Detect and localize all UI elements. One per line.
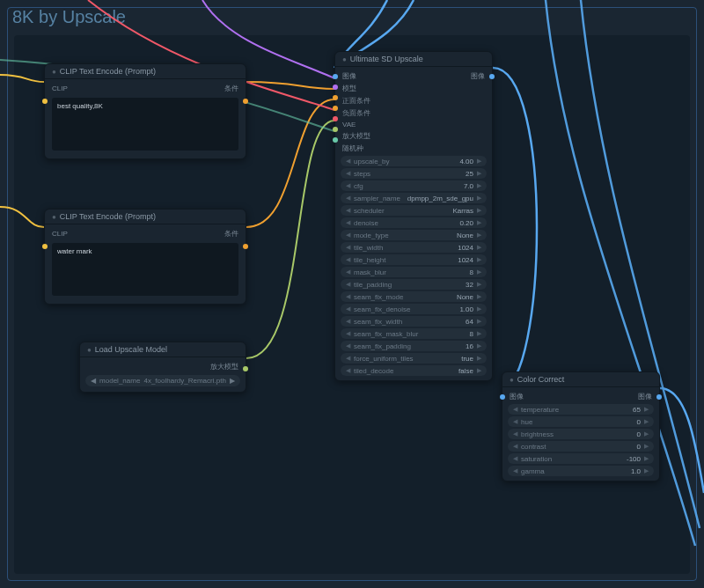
- chevron-right-icon[interactable]: ▶: [477, 318, 481, 325]
- param-brightness[interactable]: ◀ brightness 0 ▶: [508, 429, 654, 439]
- node-color-correct[interactable]: ● Color Correct 图像 图像 ◀ temperature 65 ▶…: [502, 371, 660, 481]
- input-port-clip[interactable]: CLIP: [52, 85, 68, 92]
- port-dot[interactable]: [656, 394, 662, 400]
- chevron-left-icon[interactable]: ◀: [346, 281, 350, 288]
- chevron-right-icon[interactable]: ▶: [477, 268, 481, 276]
- output-port-image[interactable]: 图像: [471, 71, 485, 81]
- param-mask_blur[interactable]: ◀ mask_blur 8 ▶: [341, 267, 487, 277]
- param-hue[interactable]: ◀ hue 0 ▶: [508, 416, 654, 427]
- param-seam_fix_width[interactable]: ◀ seam_fix_width 64 ▶: [341, 316, 487, 327]
- chevron-right-icon[interactable]: ▶: [477, 182, 481, 189]
- chevron-left-icon[interactable]: ◀: [513, 430, 517, 437]
- input-port[interactable]: 图像: [342, 71, 356, 81]
- chevron-right-icon[interactable]: ▶: [477, 244, 481, 251]
- chevron-right-icon[interactable]: ▶: [477, 232, 481, 239]
- output-port-upscale-model[interactable]: 放大模型: [210, 362, 238, 371]
- output-port-cond[interactable]: 条件: [224, 84, 238, 93]
- port-dot[interactable]: [243, 99, 248, 104]
- param-contrast[interactable]: ◀ contrast 0 ▶: [508, 441, 654, 452]
- chevron-left-icon[interactable]: ◀: [513, 443, 517, 450]
- port-dot[interactable]: [333, 106, 338, 111]
- port-dot[interactable]: [333, 85, 338, 90]
- port-dot[interactable]: [243, 366, 248, 371]
- chevron-left-icon[interactable]: ◀: [346, 355, 350, 362]
- collapse-icon[interactable]: ●: [52, 68, 56, 76]
- chevron-left-icon[interactable]: ◀: [346, 342, 350, 349]
- chevron-right-icon[interactable]: ▶: [477, 305, 481, 312]
- param-tiled_decode[interactable]: ◀ tiled_decode false ▶: [341, 365, 487, 376]
- input-port-image[interactable]: 图像: [510, 392, 524, 401]
- port-dot[interactable]: [333, 95, 338, 100]
- chevron-right-icon[interactable]: ▶: [477, 367, 481, 374]
- chevron-left-icon[interactable]: ◀: [346, 330, 350, 337]
- input-port[interactable]: 正面条件: [342, 96, 370, 106]
- collapse-icon[interactable]: ●: [87, 346, 92, 354]
- chevron-right-icon[interactable]: ▶: [644, 467, 649, 474]
- port-dot[interactable]: [42, 99, 48, 104]
- param-gamma[interactable]: ◀ gamma 1.0 ▶: [508, 466, 654, 476]
- param-tile_height[interactable]: ◀ tile_height 1024 ▶: [341, 254, 487, 265]
- chevron-left-icon[interactable]: ◀: [346, 268, 350, 276]
- chevron-left-icon[interactable]: ◀: [346, 182, 350, 189]
- output-port-image[interactable]: 图像: [638, 392, 652, 401]
- chevron-right-icon[interactable]: ▶: [477, 219, 481, 226]
- node-header[interactable]: ● Ultimate SD Upscale: [335, 52, 492, 67]
- param-sampler_name[interactable]: ◀ sampler_name dpmpp_2m_sde_gpu ▶: [341, 193, 487, 203]
- prompt-textarea[interactable]: best quality,8K: [52, 98, 238, 151]
- param-tile_padding[interactable]: ◀ tile_padding 32 ▶: [341, 279, 487, 290]
- chevron-left-icon[interactable]: ◀: [346, 232, 350, 239]
- output-port-cond[interactable]: 条件: [224, 229, 238, 239]
- param-seam_fix_denoise[interactable]: ◀ seam_fix_denoise 1.00 ▶: [341, 304, 487, 314]
- port-dot[interactable]: [333, 127, 338, 132]
- node-clip-text-encode-negative[interactable]: ● CLIP Text Encode (Prompt) CLIP 条件 wate…: [44, 209, 246, 305]
- node-clip-text-encode-positive[interactable]: ● CLIP Text Encode (Prompt) CLIP 条件 best…: [44, 63, 246, 159]
- chevron-left-icon[interactable]: ◀: [346, 244, 350, 251]
- port-dot[interactable]: [333, 116, 338, 121]
- chevron-right-icon[interactable]: ▶: [644, 430, 649, 437]
- chevron-left-icon[interactable]: ◀: [91, 377, 96, 385]
- chevron-left-icon[interactable]: ◀: [346, 318, 350, 325]
- port-dot[interactable]: [333, 137, 338, 143]
- chevron-right-icon[interactable]: ▶: [477, 281, 481, 288]
- chevron-left-icon[interactable]: ◀: [346, 170, 350, 177]
- chevron-right-icon[interactable]: ▶: [477, 256, 481, 263]
- param-temperature[interactable]: ◀ temperature 65 ▶: [508, 404, 654, 415]
- chevron-left-icon[interactable]: ◀: [346, 293, 350, 300]
- param-mode_type[interactable]: ◀ mode_type None ▶: [341, 230, 487, 240]
- chevron-right-icon[interactable]: ▶: [477, 195, 481, 202]
- chevron-left-icon[interactable]: ◀: [513, 418, 517, 425]
- param-cfg[interactable]: ◀ cfg 7.0 ▶: [341, 180, 487, 191]
- prompt-textarea[interactable]: water mark: [52, 243, 238, 296]
- param-denoise[interactable]: ◀ denoise 0.20 ▶: [341, 217, 487, 228]
- chevron-right-icon[interactable]: ▶: [230, 377, 235, 385]
- chevron-left-icon[interactable]: ◀: [346, 256, 350, 263]
- input-port[interactable]: 模型: [342, 84, 356, 93]
- chevron-right-icon[interactable]: ▶: [477, 355, 481, 362]
- port-dot[interactable]: [333, 74, 338, 79]
- collapse-icon[interactable]: ●: [342, 55, 347, 63]
- node-header[interactable]: ● CLIP Text Encode (Prompt): [45, 209, 246, 224]
- param-force_uniform_tiles[interactable]: ◀ force_uniform_tiles true ▶: [341, 353, 487, 364]
- chevron-right-icon[interactable]: ▶: [477, 342, 481, 349]
- collapse-icon[interactable]: ●: [510, 376, 514, 384]
- chevron-right-icon[interactable]: ▶: [477, 330, 481, 337]
- chevron-left-icon[interactable]: ◀: [346, 367, 350, 374]
- chevron-right-icon[interactable]: ▶: [644, 418, 649, 425]
- param-seam_fix_mode[interactable]: ◀ seam_fix_mode None ▶: [341, 291, 487, 302]
- chevron-right-icon[interactable]: ▶: [477, 158, 481, 165]
- param-model-name[interactable]: ◀ model_name 4x_foolhardy_Remacri.pth ▶: [85, 375, 240, 386]
- param-scheduler[interactable]: ◀ scheduler Karras ▶: [341, 205, 487, 216]
- port-dot[interactable]: [243, 244, 248, 249]
- chevron-left-icon[interactable]: ◀: [513, 467, 517, 474]
- param-seam_fix_padding[interactable]: ◀ seam_fix_padding 16 ▶: [341, 341, 487, 351]
- input-port[interactable]: 随机种: [342, 143, 363, 153]
- chevron-left-icon[interactable]: ◀: [513, 455, 517, 462]
- node-header[interactable]: ● Load Upscale Model: [80, 342, 246, 357]
- input-port[interactable]: VAE: [342, 121, 356, 129]
- param-tile_width[interactable]: ◀ tile_width 1024 ▶: [341, 242, 487, 253]
- node-load-upscale-model[interactable]: ● Load Upscale Model 放大模型 ◀ model_name 4…: [79, 342, 246, 393]
- param-saturation[interactable]: ◀ saturation -100 ▶: [508, 453, 654, 464]
- chevron-left-icon[interactable]: ◀: [346, 305, 350, 312]
- input-port[interactable]: 负面条件: [342, 108, 370, 118]
- chevron-left-icon[interactable]: ◀: [513, 406, 517, 413]
